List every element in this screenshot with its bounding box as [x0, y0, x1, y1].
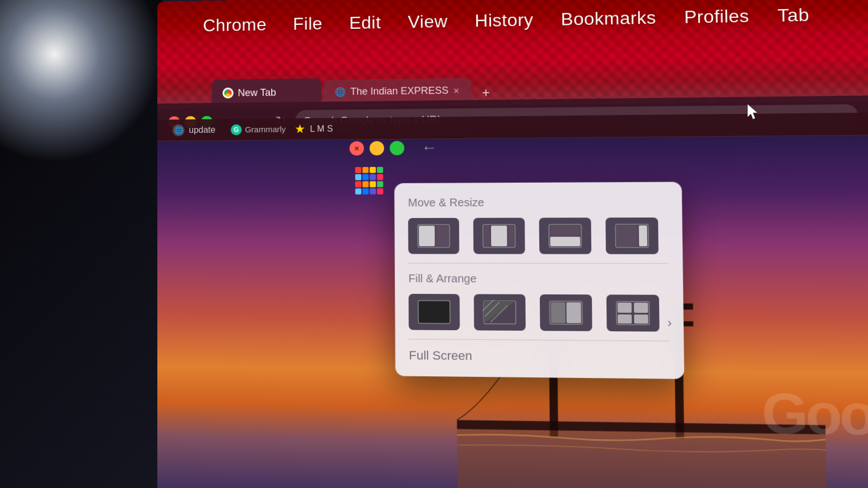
tab-globe-icon: 🌐: [335, 87, 346, 97]
desktop-left-area: [0, 0, 163, 488]
layout-diagonal-split[interactable]: [474, 294, 526, 331]
desktop-light-glow: [0, 0, 163, 163]
popup-close-button[interactable]: ×: [349, 141, 364, 155]
launchpad-cell-12: [355, 189, 361, 195]
popup-section1-title: Move & Resize: [408, 196, 668, 209]
svg-rect-17: [550, 237, 580, 247]
menu-item-edit[interactable]: Edit: [336, 8, 394, 38]
launchpad-cell-5: [362, 174, 368, 180]
popup-fullscreen-label[interactable]: Full Screen: [409, 348, 670, 365]
launchpad-cell-9: [362, 181, 368, 187]
launchpad-cell-3: [377, 167, 383, 173]
launchpad-cell-7: [377, 174, 383, 180]
layout-right-bar-svg: [614, 223, 649, 249]
popup-divider-1: [409, 263, 669, 264]
bookmark-update[interactable]: 🌐 update: [166, 121, 222, 138]
layout-half-split[interactable]: [540, 294, 592, 331]
svg-rect-14: [508, 226, 514, 246]
layout-diagonal-split-svg: [482, 300, 517, 325]
launchpad-cell-1: [362, 167, 368, 173]
layout-4-grid[interactable]: [607, 294, 660, 331]
popup-more-arrow[interactable]: ›: [667, 316, 672, 330]
cursor-pointer: [746, 103, 760, 120]
layout-center-left[interactable]: [473, 218, 525, 254]
launchpad-cell-14: [370, 188, 376, 194]
layout-left-large[interactable]: [408, 218, 459, 254]
launchpad-cell-4: [355, 174, 361, 180]
svg-rect-9: [419, 226, 435, 246]
chrome-tab-icon: [222, 87, 233, 98]
grammarly-icon: G: [231, 124, 241, 135]
move-resize-popup: Move & Resize: [394, 182, 684, 379]
menu-item-bookmarks[interactable]: Bookmarks: [547, 3, 670, 34]
launchpad-cell-15: [377, 188, 383, 194]
svg-rect-16: [550, 226, 580, 236]
svg-rect-19: [617, 226, 638, 246]
launchpad-cell-6: [369, 174, 375, 180]
layout-right-bar[interactable]: [605, 217, 659, 254]
layout-top-bar[interactable]: [539, 217, 592, 254]
menu-item-tab[interactable]: Tab: [763, 0, 824, 31]
popup-maximize-button[interactable]: [390, 141, 404, 156]
popup-minimize-button[interactable]: [369, 141, 384, 156]
svg-rect-34: [618, 314, 632, 324]
launchpad-cell-8: [355, 181, 361, 187]
bookmark-star-filled[interactable]: ★: [295, 122, 305, 136]
tab-new-tab-title: New Tab: [238, 87, 276, 99]
chrome-menu-bar: Chrome File Edit View History Bookmarks …: [157, 0, 868, 109]
svg-rect-13: [484, 226, 490, 246]
svg-rect-20: [639, 226, 648, 246]
menu-item-file[interactable]: File: [280, 9, 336, 39]
launchpad-icon[interactable]: [355, 167, 384, 195]
svg-rect-10: [436, 226, 448, 246]
svg-rect-32: [617, 303, 631, 313]
launchpad-cell-11: [377, 181, 383, 187]
tab-indian-express-title: The Indian EXPRESS: [350, 85, 449, 98]
chrome-window: Chrome File Edit View History Bookmarks …: [157, 0, 868, 488]
svg-rect-30: [566, 303, 581, 324]
layout-full-dark[interactable]: [409, 294, 460, 330]
launchpad-cell-10: [370, 181, 376, 187]
popup-section2-title: Fill & Arrange: [409, 272, 669, 286]
popup-nav-back[interactable]: ←: [421, 139, 437, 157]
svg-rect-12: [491, 226, 507, 246]
svg-rect-29: [551, 302, 565, 323]
menu-item-view[interactable]: View: [394, 7, 461, 37]
launchpad-cell-13: [362, 188, 368, 194]
bookmark-lms[interactable]: L M S: [310, 124, 333, 134]
svg-rect-35: [634, 314, 648, 324]
launchpad-cell-2: [369, 167, 375, 173]
menu-item-chrome[interactable]: Chrome: [190, 10, 280, 41]
layout-4-grid-svg: [615, 300, 650, 326]
layout-full-dark-svg: [417, 299, 451, 324]
google-logo-bg: Goo: [761, 380, 868, 448]
fill-arrange-icon-grid: [409, 294, 669, 332]
bookmark-grammarly-label: Grammarly: [245, 124, 286, 134]
layout-top-bar-svg: [548, 223, 583, 249]
layout-half-split-svg: [548, 300, 584, 325]
bookmark-grammarly[interactable]: G Grammarly: [226, 121, 290, 137]
launchpad-cell-0: [355, 167, 361, 173]
layout-center-left-svg: [482, 223, 516, 248]
window-controls-area: × ←: [349, 139, 437, 157]
move-resize-icon-grid: [408, 217, 668, 254]
layout-left-large-svg: [417, 223, 451, 248]
bookmark-update-label: update: [189, 125, 215, 134]
menu-item-profiles[interactable]: Profiles: [670, 1, 764, 33]
svg-rect-33: [634, 303, 648, 313]
tab-close-button[interactable]: ✕: [453, 86, 460, 95]
update-icon: 🌐: [173, 124, 184, 136]
menu-item-history[interactable]: History: [461, 5, 547, 36]
svg-rect-21: [418, 300, 450, 323]
popup-divider-2: [409, 339, 670, 342]
